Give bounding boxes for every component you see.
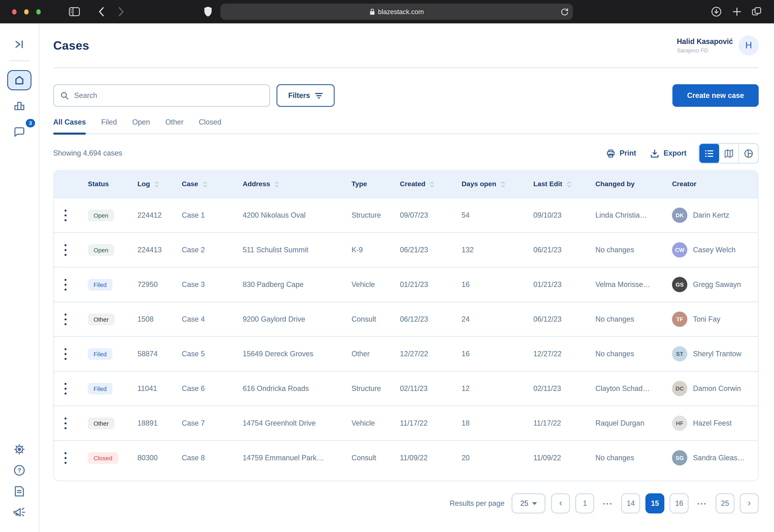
map-view-icon <box>723 148 734 159</box>
sidebar-item-analytics[interactable] <box>7 96 31 116</box>
sort-icon[interactable] <box>202 181 208 188</box>
page-size-select[interactable]: 25 <box>512 493 546 513</box>
tab[interactable]: Filed <box>101 118 117 133</box>
avatar[interactable]: H <box>739 35 759 55</box>
tab[interactable]: All Cases <box>53 118 86 133</box>
row-menu-kebab-icon[interactable] <box>58 207 73 223</box>
browser-address-bar[interactable]: blazestack.com <box>221 4 573 20</box>
minimize-window-button[interactable] <box>24 9 29 14</box>
page-header: Cases Halid Kasapović Sarajevo FD H <box>53 23 759 68</box>
cell-days-open: 24 <box>462 315 533 323</box>
search-input[interactable] <box>73 91 263 100</box>
cell-days-open: 54 <box>462 211 533 219</box>
page-button[interactable]: ••• <box>600 493 616 513</box>
filters-button[interactable]: Filters <box>277 84 335 107</box>
tab[interactable]: Closed <box>199 118 221 133</box>
announcements-megaphone-icon[interactable] <box>13 506 26 518</box>
column-header-label: Log <box>137 180 150 188</box>
page-button[interactable]: 1 <box>575 493 594 513</box>
export-button[interactable]: Export <box>650 149 687 158</box>
new-tab-icon[interactable] <box>732 6 742 17</box>
sort-icon[interactable] <box>429 181 435 188</box>
cell-address: 511 Schulist Summit <box>243 246 352 254</box>
downloads-icon[interactable] <box>711 6 722 17</box>
cell-log: 72950 <box>137 280 182 289</box>
page-size-value: 25 <box>520 499 528 508</box>
sidebar-item-home[interactable] <box>7 70 31 90</box>
cell-last-edit: 11/09/22 <box>533 454 595 462</box>
row-menu-kebab-icon[interactable] <box>58 311 73 327</box>
column-header[interactable]: Changed by <box>595 180 672 188</box>
browser-titlebar: blazestack.com <box>0 0 774 23</box>
view-chart-button[interactable] <box>738 144 758 163</box>
column-header[interactable]: Log <box>137 180 182 188</box>
column-header[interactable]: Created <box>400 180 462 188</box>
zoom-window-button[interactable] <box>36 9 41 14</box>
view-map-button[interactable] <box>718 144 738 163</box>
table-row[interactable]: Other 1508 Case 4 9200 Gaylord Drive Con… <box>54 301 758 336</box>
column-header[interactable]: Case <box>182 180 243 188</box>
page-button[interactable]: 14 <box>621 493 640 513</box>
table-body: Open 224412 Case 1 4200 Nikolaus Oval St… <box>54 197 758 475</box>
reload-icon[interactable] <box>560 7 569 16</box>
browser-back-icon[interactable] <box>98 6 105 17</box>
page-button[interactable]: › <box>740 493 759 513</box>
cell-last-edit: 01/21/23 <box>533 280 595 289</box>
view-list-button[interactable] <box>699 143 719 164</box>
column-header[interactable]: Status <box>88 180 137 188</box>
column-header[interactable]: Address <box>243 180 352 188</box>
browser-shield-icon[interactable] <box>204 6 212 17</box>
cell-address: 616 Ondricka Roads <box>243 384 352 393</box>
page-button[interactable]: 25 <box>716 493 734 513</box>
sort-icon[interactable] <box>154 181 160 188</box>
tab[interactable]: Other <box>165 118 183 133</box>
create-new-case-button[interactable]: Create new case <box>672 84 759 107</box>
app-window: 3 ? Cases <box>0 23 774 532</box>
page-button[interactable]: ‹ <box>551 493 570 513</box>
tab-label: Closed <box>199 118 221 126</box>
settings-gear-icon[interactable] <box>13 443 25 455</box>
column-header[interactable]: Type <box>352 180 400 188</box>
print-button[interactable]: Print <box>606 149 636 158</box>
sort-icon[interactable] <box>500 181 506 188</box>
table-row[interactable]: Other 18891 Case 7 14754 Greenholt Drive… <box>54 405 758 440</box>
user-organization: Sarajevo FD <box>677 47 733 53</box>
row-menu-kebab-icon[interactable] <box>58 380 73 397</box>
table-row[interactable]: Filed 11041 Case 6 616 Ondricka Roads St… <box>54 371 758 405</box>
row-menu-kebab-icon[interactable] <box>58 450 73 466</box>
table-row[interactable]: Open 224412 Case 1 4200 Nikolaus Oval St… <box>54 197 758 232</box>
page-button[interactable]: 16 <box>670 493 689 513</box>
cell-created: 02/11/23 <box>400 384 462 393</box>
page-button[interactable]: ••• <box>694 493 710 513</box>
row-menu-kebab-icon[interactable] <box>58 276 73 293</box>
browser-forward-icon[interactable] <box>117 6 125 17</box>
table-row[interactable]: Filed 72950 Case 3 830 Padberg Cape Vehi… <box>54 267 758 301</box>
close-window-button[interactable] <box>12 9 17 14</box>
table-row[interactable]: Filed 58874 Case 5 15649 Dereck Groves O… <box>54 336 758 371</box>
creator-avatar: SG <box>672 450 687 465</box>
page-button[interactable]: 15 <box>645 493 664 513</box>
browser-sidebar-toggle-icon[interactable] <box>69 6 80 17</box>
column-header[interactable]: Days open <box>462 180 533 188</box>
column-header[interactable]: Last Edit <box>533 180 595 188</box>
tab-label: Filed <box>101 118 117 126</box>
cell-days-open: 20 <box>462 454 533 462</box>
sidebar-item-messages[interactable]: 3 <box>7 122 31 142</box>
documents-icon[interactable] <box>14 485 25 497</box>
print-label: Print <box>620 149 636 158</box>
table-row[interactable]: Closed 80300 Case 8 14759 Emmanuel Park…… <box>54 440 758 475</box>
row-menu-kebab-icon[interactable] <box>58 242 73 258</box>
sort-icon[interactable] <box>566 181 572 188</box>
sidebar-bottom-group: ? <box>13 443 26 518</box>
help-icon[interactable]: ? <box>13 464 25 476</box>
sort-icon[interactable] <box>274 181 280 188</box>
tab[interactable]: Open <box>132 118 150 133</box>
search-box[interactable] <box>53 84 270 107</box>
row-menu-kebab-icon[interactable] <box>58 415 73 431</box>
tab-overview-icon[interactable] <box>751 6 762 17</box>
user-block[interactable]: Halid Kasapović Sarajevo FD H <box>677 35 759 55</box>
row-menu-kebab-icon[interactable] <box>58 346 73 362</box>
sidebar-collapse-icon[interactable] <box>14 39 25 50</box>
table-row[interactable]: Open 224413 Case 2 511 Schulist Summit K… <box>54 232 758 267</box>
column-header[interactable]: Creator <box>672 180 758 188</box>
